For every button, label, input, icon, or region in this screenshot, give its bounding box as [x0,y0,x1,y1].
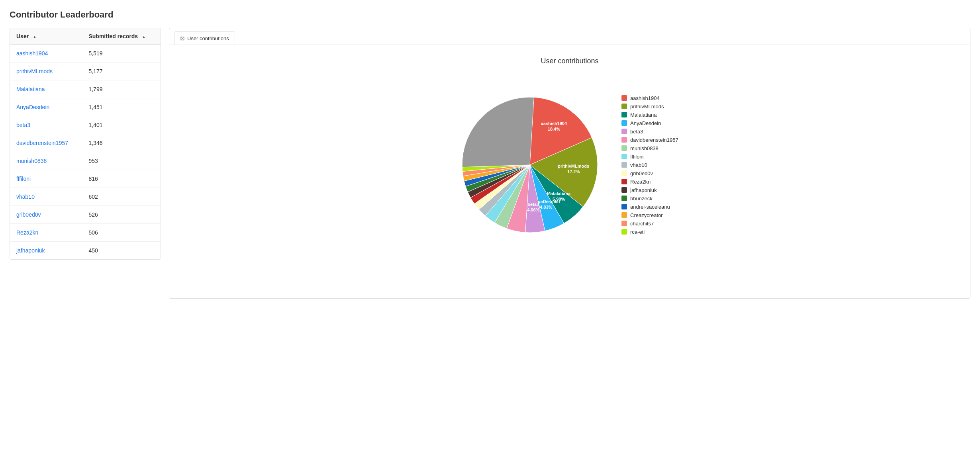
legend-swatch [621,137,627,143]
legend-swatch [621,120,627,126]
legend-swatch [621,229,627,235]
legend-swatch [621,129,627,134]
chart-body: User contributions aashish190418.4%prith… [169,45,970,252]
cell-records: 5,519 [82,45,161,63]
cell-user: davidberenstein1957 [10,134,82,152]
legend-label: rca-etl [630,229,645,235]
legend-swatch [621,112,627,117]
user-link[interactable]: grib0ed0v [16,211,41,218]
legend-swatch [621,204,627,209]
legend-label: AnyaDesdein [630,120,661,126]
cell-user: vhab10 [10,188,82,206]
slice-others [462,97,534,167]
legend-item-grib0ed0v: grib0ed0v [621,170,685,176]
cell-user: Malalatiana [10,80,82,98]
table-panel: User ▲ Submitted records ▲ aashish1904 5… [10,28,161,260]
col-records[interactable]: Submitted records ▲ [82,28,161,45]
legend-item-bbunzeck: bbunzeck [621,196,685,202]
cell-user: grib0ed0v [10,206,82,224]
legend-label: vhab10 [630,162,647,168]
legend-label: munish0838 [630,145,659,151]
legend-swatch [621,154,627,159]
table-row: vhab10 602 [10,188,161,206]
legend-label: davidberenstein1957 [630,137,678,143]
table-row: davidberenstein1957 1,346 [10,134,161,152]
legend-label: fffiloni [630,154,644,160]
chart-tab-bar: ⊠ User contributions [169,28,970,45]
legend-item-prithivMLmods: prithivMLmods [621,104,685,110]
chart-legend: aashish1904 prithivMLmods Malalatiana An… [621,95,685,235]
user-link[interactable]: fffiloni [16,176,31,182]
pie-svg: aashish190418.4%prithivMLmods17.2%Malala… [454,89,606,241]
user-link[interactable]: aashish1904 [16,50,48,57]
cell-records: 1,451 [82,98,161,116]
leaderboard-table: User ▲ Submitted records ▲ aashish1904 5… [10,28,161,259]
cell-records: 450 [82,242,161,260]
cell-records: 526 [82,206,161,224]
legend-item-andrei-saceleanu: andrei-saceleanu [621,204,685,210]
legend-item-fffiloni: fffiloni [621,154,685,160]
main-layout: User ▲ Submitted records ▲ aashish1904 5… [10,28,970,299]
legend-swatch [621,104,627,109]
legend-item-Malalatiana: Malalatiana [621,112,685,118]
sort-icon-user: ▲ [33,35,37,39]
legend-label: jafhaponiuk [630,187,657,193]
table-row: Reza2kn 506 [10,224,161,242]
legend-item-vhab10: vhab10 [621,162,685,168]
legend-label: Malalatiana [630,112,657,118]
cell-records: 5,177 [82,63,161,80]
user-link[interactable]: Reza2kn [16,229,38,236]
user-link[interactable]: davidberenstein1957 [16,140,68,146]
table-row: prithivMLmods 5,177 [10,63,161,80]
legend-swatch [621,170,627,176]
table-row: fffiloni 816 [10,170,161,188]
legend-item-jafhaponiuk: jafhaponiuk [621,187,685,193]
legend-label: prithivMLmods [630,104,664,110]
user-link[interactable]: jafhaponiuk [16,247,45,254]
legend-label: andrei-saceleanu [630,204,670,210]
cell-records: 1,799 [82,80,161,98]
user-link[interactable]: munish0838 [16,158,47,164]
legend-swatch [621,162,627,168]
user-link[interactable]: vhab10 [16,194,35,200]
table-row: grib0ed0v 526 [10,206,161,224]
table-scroll[interactable]: User ▲ Submitted records ▲ aashish1904 5… [10,28,161,259]
pie-chart: aashish190418.4%prithivMLmods17.2%Malala… [454,89,606,241]
legend-swatch [621,179,627,184]
legend-label: Creazycreator [630,212,663,218]
legend-label: Reza2kn [630,179,651,185]
table-row: aashish1904 5,519 [10,45,161,63]
legend-item-rca-etl: rca-etl [621,229,685,235]
sort-icon-records: ▲ [142,35,146,39]
legend-item-aashish1904: aashish1904 [621,95,685,101]
legend-swatch [621,187,627,193]
legend-item-Reza2kn: Reza2kn [621,179,685,185]
col-user[interactable]: User ▲ [10,28,82,45]
legend-item-munish0838: munish0838 [621,145,685,151]
tab-user-contributions[interactable]: ⊠ User contributions [174,31,235,45]
user-link[interactable]: prithivMLmods [16,68,53,74]
cell-user: fffiloni [10,170,82,188]
user-link[interactable]: beta3 [16,122,30,128]
chart-icon: ⊠ [180,35,185,41]
user-link[interactable]: Malalatiana [16,86,45,92]
legend-swatch [621,145,627,151]
user-link[interactable]: AnyaDesdein [16,104,49,110]
cell-records: 602 [82,188,161,206]
tab-label: User contributions [187,35,229,41]
legend-label: beta3 [630,129,643,135]
legend-swatch [621,212,627,218]
chart-title: User contributions [177,57,962,65]
legend-label: bbunzeck [630,196,653,202]
cell-records: 953 [82,152,161,170]
cell-user: AnyaDesdein [10,98,82,116]
cell-records: 1,401 [82,116,161,134]
legend-label: grib0ed0v [630,170,653,176]
legend-item-beta3: beta3 [621,129,685,135]
cell-user: prithivMLmods [10,63,82,80]
cell-user: munish0838 [10,152,82,170]
cell-user: beta3 [10,116,82,134]
table-row: beta3 1,401 [10,116,161,134]
table-row: Malalatiana 1,799 [10,80,161,98]
cell-records: 1,346 [82,134,161,152]
